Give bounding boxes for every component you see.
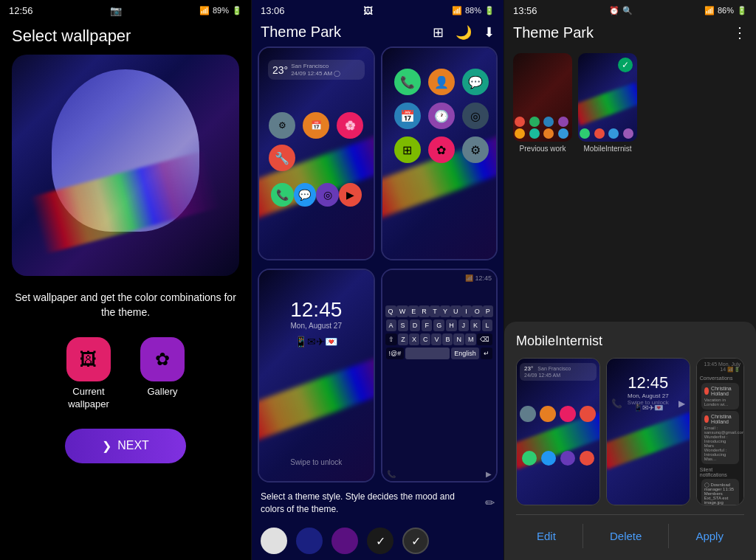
edit-icon[interactable]: ✏ (485, 495, 495, 511)
wallpaper-preview (12, 55, 239, 276)
next-button[interactable]: ❯ NEXT (65, 429, 186, 463)
keyboard-preview: 📶 12:45 QWERTYUIOP ASDFGHJKL ⇧ZXCVBNM⌫ !… (381, 269, 498, 483)
notif-item-3: ◯ Download manager 11:35Members Ext_STA … (701, 479, 739, 505)
dialog-previews: 23° San Francisco24/09 12:45 AM (516, 358, 744, 505)
time-p3: 13:56 (513, 5, 537, 16)
panel-theme-park-3: 13:56 ⏰🔍 📶 86%🔋 Theme Park ⋮ (504, 0, 756, 560)
current-wallpaper-label: Currentwallpaper (68, 386, 109, 411)
dialog-lock-preview: 12:45 Mon, August 27 📱✉✈💌 Swipe to unloc… (606, 358, 690, 505)
panel-select-wallpaper: 12:56 📷 📶 89%🔋 Select wallpaper Set wall… (0, 0, 251, 560)
status-bar-p3: 13:56 ⏰🔍 📶 86%🔋 (504, 0, 756, 21)
contacts-icon: 👤 (428, 69, 455, 95)
page-title-p1: Select wallpaper (0, 21, 251, 55)
gallery-app: 🌸 (337, 112, 363, 139)
theme-style-text: Select a theme style. Style decides the … (261, 491, 495, 516)
color-purple[interactable] (331, 528, 358, 554)
wallpaper-description: Set wallpaper and get the color combinat… (0, 276, 251, 331)
tools-app: 🔧 (269, 145, 295, 171)
youtube-app: ▶ (339, 183, 362, 207)
theme-previous-work[interactable]: Previous work (513, 53, 572, 153)
gallery-label: Gallery (147, 386, 177, 398)
panel-theme-park: 13:06 🖼 📶 88%🔋 Theme Park ⊞ 🌙 ⬇ 23° San … (251, 0, 504, 560)
msg-icon: 💬 (462, 69, 489, 95)
dialog-notifications-preview: 13:45 Mon, July 14 📶🔋 Conversations Chri… (696, 358, 744, 505)
more-options-icon[interactable]: ⋮ (732, 24, 747, 41)
delete-button[interactable]: Delete (595, 524, 656, 548)
samsung-app: ◎ (316, 183, 339, 207)
clock-icon: 🕐 (428, 103, 455, 129)
grid-icon[interactable]: ⊞ (433, 24, 444, 41)
battery-icons-p1: 📶 89%🔋 (199, 6, 242, 15)
moon-icon[interactable]: 🌙 (456, 24, 472, 41)
header-icons-p2[interactable]: ⊞ 🌙 ⬇ (433, 24, 495, 41)
phone-app: 📞 (271, 183, 294, 207)
swipe-text: Swipe to unlock (259, 458, 374, 466)
time-p1: 12:56 (9, 5, 33, 16)
settings-app: ⚙ (269, 112, 295, 139)
lock-screen-preview: 12:45 Mon, August 27 📱✉✈💌 Swipe to unloc… (258, 269, 375, 483)
selected-check-icon: ✓ (618, 58, 633, 72)
app-icons-preview: 📞 👤 💬 📅 🕐 ◎ ⊞ ✿ ⚙ (381, 46, 498, 260)
dialog-temp: 23° (524, 365, 533, 372)
camera-icon-p1: 📷 (110, 5, 122, 16)
wallpaper-options: 🖼 Currentwallpaper ✿ Gallery (0, 331, 251, 417)
status-bar-p1: 12:56 📷 📶 89%🔋 (0, 0, 251, 21)
dialog-title: MobileInternist (516, 333, 744, 349)
status-bar-p2: 13:06 🖼 📶 88%🔋 (252, 0, 504, 21)
dialog-lock-time: 12:45 (607, 373, 690, 393)
apply-button[interactable]: Apply (681, 524, 738, 548)
edit-button[interactable]: Edit (522, 524, 571, 548)
notif-item-1: Christina Holland Vacation in London wi.… (701, 383, 739, 409)
browser-icon: ◎ (462, 103, 489, 129)
gallery-status-icon: 🖼 (363, 5, 373, 16)
theme-mobile-internist[interactable]: ✓ MobileInternist (578, 53, 637, 153)
divider-2 (668, 524, 669, 548)
theme-style-section: Select a theme style. Style decides the … (252, 485, 504, 522)
calc-icon: ⊞ (394, 136, 421, 163)
battery-p2: 📶 88%🔋 (452, 6, 495, 15)
call-icon: 📞 (394, 69, 421, 95)
time-p2: 13:06 (261, 5, 285, 16)
lock-date: Mon, August 27 (265, 322, 368, 330)
color-black[interactable] (367, 528, 394, 554)
theme-dialog: MobileInternist 23° San Francisco24/09 1… (504, 322, 756, 560)
gallery-icon: ✿ (140, 337, 185, 381)
phone-previews: 23° San Francisco24/09 12:45 AM ◯ ⚙ 📅 🌸 … (252, 46, 504, 485)
cal-icon: 📅 (394, 103, 421, 129)
messages-app: 💬 (294, 183, 317, 207)
lock-time: 12:45 (265, 298, 368, 322)
color-white[interactable] (261, 528, 287, 554)
current-wallpaper-icon: 🖼 (66, 337, 111, 381)
status-icons-p3: ⏰🔍 (609, 6, 633, 15)
calendar-app: 📅 (303, 112, 329, 139)
color-options (252, 522, 504, 560)
download-icon[interactable]: ⬇ (484, 24, 495, 41)
color-navy[interactable] (296, 528, 323, 554)
chevron-right-icon: ❯ (102, 439, 111, 453)
theme-previous-work-label: Previous work (513, 145, 572, 153)
settings-icon2: ⚙ (462, 136, 489, 163)
panel3-title: Theme Park (513, 24, 594, 41)
notif-item-2: Christina Holland Email : sansunq@gmail.… (701, 411, 739, 464)
theme-mobile-internist-label: MobileInternist (578, 145, 637, 153)
dialog-home-preview: 23° San Francisco24/09 12:45 AM (516, 358, 600, 505)
battery-p3: 📶 86%🔋 (704, 6, 747, 15)
panel2-title: Theme Park (261, 24, 341, 41)
dialog-actions: Edit Delete Apply (516, 514, 744, 548)
theme-thumbnails: Previous work ✓ MobileInternist (504, 47, 756, 159)
flower-icon: ✿ (428, 136, 455, 163)
home-screen-preview: 23° San Francisco24/09 12:45 AM ◯ ⚙ 📅 🌸 … (258, 46, 375, 260)
color-dark-checked[interactable] (402, 528, 429, 554)
option-gallery[interactable]: ✿ Gallery (140, 337, 185, 411)
option-current-wallpaper[interactable]: 🖼 Currentwallpaper (66, 337, 111, 411)
widget-temperature: 23° (272, 64, 288, 76)
panel3-header: Theme Park ⋮ (504, 21, 756, 47)
divider-1 (583, 524, 583, 548)
panel2-header: Theme Park ⊞ 🌙 ⬇ (252, 21, 504, 46)
